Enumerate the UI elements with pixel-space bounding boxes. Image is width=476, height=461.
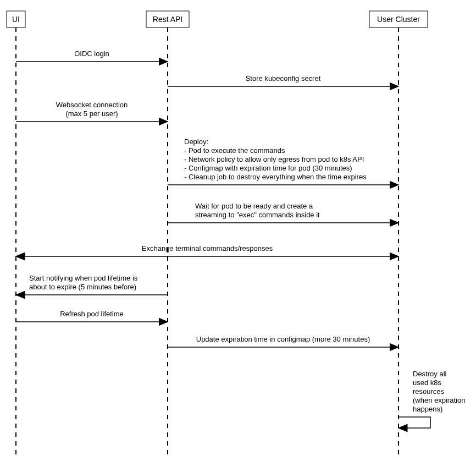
sequence-diagram: UI Rest API User Cluster OIDC login Stor…	[0, 0, 476, 461]
msg-notify-1: Start notifying when pod lifetime is	[29, 274, 138, 282]
msg-wait-1: Wait for pod to be ready and create a	[195, 202, 313, 210]
msg-ws2: (max 5 per user)	[65, 109, 118, 118]
msg-deploy-h: Deploy:	[184, 138, 208, 146]
msg-deploy-1: - Pod to execute the commands	[184, 146, 285, 155]
msg-deploy-2: - Network policy to allow only egress fr…	[184, 155, 364, 163]
msg-exchange: Exchange terminal commands/responses	[142, 244, 273, 253]
actor-ui-label: UI	[12, 15, 20, 24]
msg-update: Update expiration time in configmap (mor…	[196, 335, 370, 343]
msg-ws1: Websocket connection	[56, 101, 128, 109]
msg-store-secret: Store kubeconfig secret	[246, 74, 321, 83]
msg-destroy-2: used k8s	[413, 378, 442, 387]
msg-destroy-5: happens)	[413, 405, 442, 413]
msg-refresh: Refresh pod lifetime	[60, 310, 124, 318]
msg-destroy-3: resources	[413, 387, 445, 396]
msg-destroy-4: (when expiration	[413, 396, 465, 404]
msg-notify-2: about to expire (5 minutes before)	[29, 283, 136, 291]
actor-api-label: Rest API	[153, 15, 182, 24]
actor-cluster-label: User Cluster	[377, 15, 420, 24]
msg-oidc: OIDC login	[74, 50, 109, 58]
msg-destroy-1: Destroy all	[413, 370, 447, 378]
msg-deploy-4: - Cleanup job to destroy everything when…	[184, 173, 367, 181]
msg-deploy-3: - Configmap with expiration time for pod…	[184, 164, 352, 172]
msg-wait-2: streaming to "exec" commands inside it	[195, 211, 320, 219]
arrow-destroy	[398, 417, 430, 428]
